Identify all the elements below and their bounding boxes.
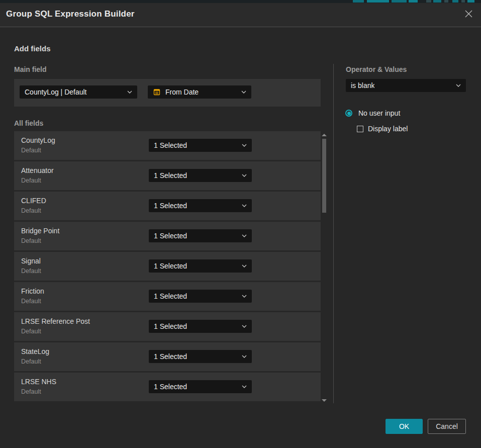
field-subtitle: Default	[21, 267, 41, 275]
dropdown-value: 1 Selected	[154, 292, 187, 300]
field-row[interactable]: Signal Default 1 Selected	[14, 252, 321, 281]
scroll-up-arrow[interactable]	[322, 134, 327, 136]
all-fields-list: CountyLog Default 1 Selected Attenuator …	[14, 131, 321, 403]
chevron-down-icon	[238, 295, 247, 298]
scroll-down-arrow[interactable]	[322, 399, 327, 402]
field-name: CountyLog	[21, 136, 55, 144]
dropdown-value: 1 Selected	[154, 141, 187, 149]
add-fields-heading: Add fields	[14, 44, 51, 53]
dropdown-value: is blank	[351, 81, 374, 89]
background-fragment	[367, 0, 389, 3]
background-fragment	[392, 0, 407, 3]
chevron-down-icon	[238, 264, 247, 267]
field-values-dropdown[interactable]: 1 Selected	[149, 259, 252, 273]
background-fragment	[452, 0, 458, 3]
panel-divider	[333, 64, 334, 403]
field-values-dropdown[interactable]: 1 Selected	[149, 290, 252, 303]
field-subtitle: Default	[21, 388, 41, 395]
dropdown-value: 1 Selected	[154, 322, 187, 330]
chevron-down-icon	[238, 204, 247, 207]
field-name: LRSE NHS	[21, 378, 56, 386]
chevron-down-icon	[238, 355, 247, 358]
chevron-down-icon	[238, 385, 247, 388]
background-fragment	[467, 0, 474, 3]
field-row[interactable]: Bridge Point Default 1 Selected	[14, 222, 321, 250]
field-name: CLIFED	[21, 197, 46, 205]
dialog-title: Group SQL Expression Builder	[6, 9, 135, 19]
ok-button[interactable]: OK	[386, 419, 423, 434]
field-values-dropdown[interactable]: 1 Selected	[149, 350, 252, 363]
chevron-down-icon	[452, 84, 461, 87]
radio-label: No user input	[358, 109, 400, 117]
field-subtitle: Default	[21, 237, 41, 244]
field-row[interactable]: LRSE NHS Default 1 Selected	[14, 373, 321, 401]
all-fields-label: All fields	[14, 119, 43, 127]
dropdown-value: 1 Selected	[154, 383, 187, 391]
dropdown-value: From Date	[165, 88, 199, 96]
radio-selected-icon	[345, 110, 352, 117]
field-row[interactable]: Attenuator Default 1 Selected	[14, 161, 321, 190]
field-values-dropdown[interactable]: 1 Selected	[149, 169, 252, 182]
main-field-label: Main field	[14, 65, 47, 73]
field-name: Signal	[21, 257, 41, 265]
dropdown-value: 1 Selected	[154, 202, 187, 210]
close-button[interactable]	[463, 9, 474, 20]
dropdown-value: 1 Selected	[154, 262, 187, 270]
scrollbar-thumb[interactable]	[322, 139, 326, 213]
background-fragment	[433, 0, 441, 3]
field-subtitle: Default	[21, 207, 41, 214]
dialog-header: Group SQL Expression Builder	[0, 3, 481, 27]
field-name: Attenuator	[21, 166, 54, 174]
field-row[interactable]: CountyLog Default 1 Selected	[14, 131, 321, 160]
field-name: LRSE Reference Post	[21, 317, 90, 325]
field-values-dropdown[interactable]: 1 Selected	[149, 139, 252, 152]
field-row[interactable]: StateLog Default 1 Selected	[14, 342, 321, 371]
background-fragment	[444, 0, 448, 3]
field-subtitle: Default	[21, 147, 41, 154]
background-fragment	[461, 0, 465, 3]
field-name: Bridge Point	[21, 227, 59, 235]
operator-values-label: Operator & Values	[346, 65, 407, 73]
operator-dropdown[interactable]: is blank	[346, 79, 466, 92]
field-row[interactable]: LRSE Reference Post Default 1 Selected	[14, 312, 321, 341]
field-subtitle: Default	[21, 177, 41, 184]
field-row[interactable]: Friction Default 1 Selected	[14, 282, 321, 311]
main-field-field-dropdown[interactable]: From Date	[148, 85, 251, 99]
field-values-dropdown[interactable]: 1 Selected	[149, 320, 252, 333]
calendar-icon	[153, 88, 161, 96]
background-fragment	[426, 0, 431, 3]
chevron-down-icon	[238, 144, 247, 147]
dropdown-value: 1 Selected	[154, 171, 187, 180]
main-field-bar: CountyLog | Default From Date	[14, 79, 321, 107]
cancel-button[interactable]: Cancel	[428, 419, 466, 434]
chevron-down-icon	[238, 174, 247, 177]
checkbox-unchecked-icon	[357, 126, 363, 132]
dropdown-value: 1 Selected	[154, 232, 187, 240]
main-field-source-dropdown[interactable]: CountyLog | Default	[20, 85, 137, 99]
chevron-down-icon	[237, 91, 246, 94]
chevron-down-icon	[238, 234, 247, 237]
chevron-down-icon	[238, 325, 247, 328]
field-subtitle: Default	[21, 358, 41, 365]
dropdown-value: CountyLog | Default	[25, 88, 87, 96]
field-name: StateLog	[21, 347, 49, 355]
field-subtitle: Default	[21, 328, 41, 335]
close-icon	[464, 10, 473, 20]
checkbox-label: Display label	[368, 125, 408, 133]
field-row[interactable]: CLIFED Default 1 Selected	[14, 192, 321, 220]
field-values-dropdown[interactable]: 1 Selected	[149, 380, 252, 393]
display-label-checkbox[interactable]: Display label	[357, 125, 408, 133]
background-fragment	[409, 0, 418, 3]
no-user-input-radio[interactable]: No user input	[345, 109, 400, 117]
background-fragment	[353, 0, 364, 3]
field-subtitle: Default	[21, 298, 41, 305]
dropdown-value: 1 Selected	[154, 352, 187, 361]
chevron-down-icon	[123, 91, 132, 94]
group-sql-expression-builder-dialog: Group SQL Expression Builder Add fields …	[0, 3, 481, 448]
field-name: Friction	[21, 287, 44, 295]
field-values-dropdown[interactable]: 1 Selected	[149, 229, 252, 242]
field-values-dropdown[interactable]: 1 Selected	[149, 199, 252, 212]
